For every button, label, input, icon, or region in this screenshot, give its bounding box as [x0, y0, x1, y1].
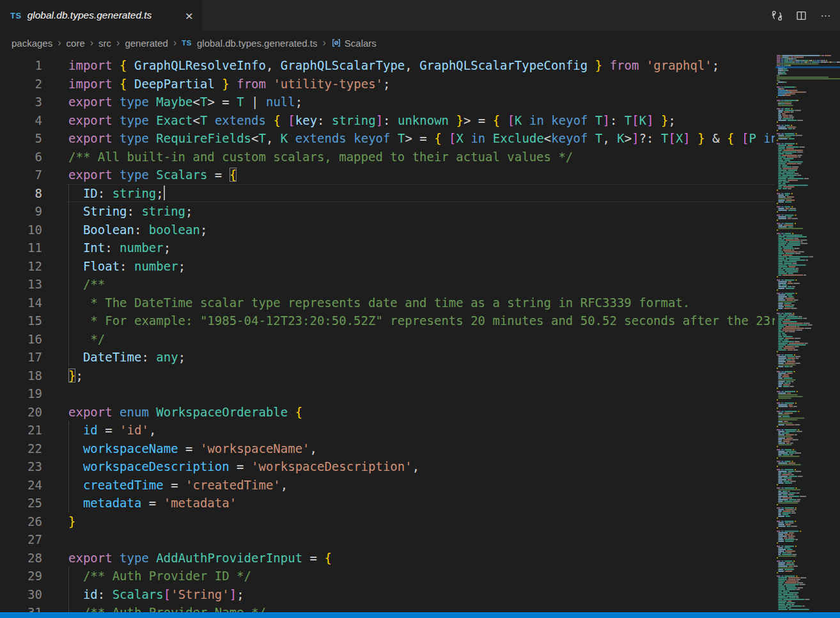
minimap-canvas	[775, 54, 840, 612]
code-token	[587, 58, 595, 72]
line-number: 3	[0, 93, 42, 111]
code-token	[68, 441, 83, 456]
code-token: :	[98, 186, 113, 200]
code-token: number	[134, 259, 178, 273]
code-token: T	[595, 131, 602, 145]
code-text: import { GraphQLResolveInfo, GraphQLScal…	[68, 56, 719, 75]
code-line[interactable]: 14 * The DateTime scalar type represents…	[0, 294, 775, 312]
code-token: string	[141, 204, 185, 218]
code-token: key	[295, 113, 317, 127]
code-token: T	[237, 95, 244, 109]
code-token: =	[141, 496, 163, 510]
breadcrumb-item-src[interactable]: src	[98, 38, 111, 49]
code-token: <	[251, 131, 258, 145]
code-token: ;	[712, 58, 719, 72]
code-line[interactable]: 25 metadata = 'metadata'	[0, 494, 775, 512]
code-token	[68, 350, 83, 364]
split-editor-icon[interactable]	[795, 10, 807, 21]
code-text: ID: string;	[68, 184, 165, 203]
code-token: Scalars	[113, 587, 164, 601]
code-line[interactable]: 27	[0, 530, 775, 549]
code-line[interactable]: 1import { GraphQLResolveInfo, GraphQLSca…	[0, 56, 775, 75]
code-line[interactable]: 15 * For example: "1985-04-12T23:20:50.5…	[0, 312, 775, 330]
code-token: export	[68, 168, 113, 182]
code-line[interactable]: 17 DateTime: any;	[0, 348, 775, 367]
code-line[interactable]: 8 ID: string;	[0, 184, 775, 203]
chevron-right-icon: ›	[89, 37, 94, 49]
code-line[interactable]: 5export type RequireFields<T, K extends …	[0, 129, 775, 148]
code-line[interactable]: 18};	[0, 367, 775, 385]
code-token: {	[120, 77, 127, 91]
code-line[interactable]: 20export enum WorkspaceOrderable {	[0, 403, 775, 422]
code-token: export	[68, 95, 113, 109]
compare-changes-icon[interactable]	[771, 10, 782, 21]
code-line[interactable]: 23 workspaceDescription = 'workspaceDesc…	[0, 457, 775, 476]
code-line[interactable]: 4export type Exact<T extends { [key: str…	[0, 111, 775, 130]
code-line[interactable]: 9 String: string;	[0, 202, 775, 221]
code-token: RequireFields	[156, 131, 251, 145]
tab-global-db-types[interactable]: TS global.db.types.generated.ts ×	[0, 0, 202, 31]
code-line[interactable]: 12 Float: number;	[0, 257, 775, 276]
text-cursor	[164, 186, 165, 200]
code-line[interactable]: 24 createdTime = 'createdTime',	[0, 476, 775, 495]
line-number: 2	[0, 75, 42, 93]
code-line[interactable]: 29 /** Auth Provider ID */	[0, 567, 775, 585]
code-line[interactable]: 21 id = 'id',	[0, 421, 775, 440]
code-token: * For example: "1985-04-12T23:20:50.52Z"…	[68, 313, 775, 328]
code-line[interactable]: 13 /**	[0, 275, 775, 294]
code-token	[113, 131, 120, 145]
code-line[interactable]: 30 id: Scalars['String'];	[0, 585, 775, 604]
close-tab-icon[interactable]: ×	[183, 9, 196, 22]
code-token: =	[164, 478, 185, 492]
code-line[interactable]: 11 Int: number;	[0, 239, 775, 257]
code-line[interactable]: 28export type AddAuthProviderInput = {	[0, 549, 775, 567]
code-line[interactable]: 22 workspaceName = 'workspaceName',	[0, 440, 775, 458]
breadcrumb-item-packages[interactable]: packages	[12, 38, 52, 49]
code-token	[281, 113, 288, 127]
code-token: extends	[295, 131, 346, 145]
code-token: ;	[178, 259, 185, 273]
code-line[interactable]: 3export type Maybe<T> = T | null;	[0, 93, 775, 111]
code-token	[602, 58, 609, 72]
breadcrumb-file[interactable]: TS global.db.types.generated.ts	[182, 38, 317, 49]
code-token: DateTime	[83, 350, 142, 364]
code-token: ]	[229, 587, 237, 601]
code-text: export type Exact<T extends { [key: stri…	[68, 111, 676, 130]
code-line[interactable]: 16 */	[0, 330, 775, 349]
code-token: K	[639, 113, 646, 127]
code-token: enum	[120, 405, 149, 419]
code-token: GraphQLScalarTypeConfig	[419, 58, 587, 72]
tab-bar: TS global.db.types.generated.ts ×	[0, 0, 840, 31]
code-token: export	[68, 131, 113, 145]
code-token: ,	[310, 441, 317, 456]
code-token	[68, 241, 83, 255]
code-line[interactable]: 26}	[0, 512, 775, 531]
breadcrumb-symbol[interactable]: Scalars	[331, 38, 377, 49]
status-bar[interactable]	[0, 612, 840, 618]
code-text: export enum WorkspaceOrderable {	[68, 403, 302, 422]
code-token: ;	[156, 186, 163, 200]
breadcrumb-item-core[interactable]: core	[66, 38, 85, 49]
code-token: workspaceDescription	[83, 459, 229, 473]
code-token	[149, 113, 156, 127]
code-token: in	[471, 131, 485, 145]
minimap[interactable]	[775, 54, 840, 612]
code-line[interactable]: 10 Boolean: boolean;	[0, 221, 775, 239]
breadcrumb-item-generated[interactable]: generated	[125, 38, 168, 49]
code-line[interactable]: 7export type Scalars = {	[0, 166, 775, 184]
code-token	[266, 113, 273, 127]
code-token	[654, 113, 661, 127]
code-line[interactable]: 19	[0, 384, 775, 403]
code-line[interactable]: 6/** All built-in and custom scalars, ma…	[0, 148, 775, 166]
code-token: type	[120, 168, 149, 182]
more-actions-icon[interactable]	[820, 10, 831, 21]
line-number: 29	[0, 567, 42, 585]
line-number: 20	[0, 403, 42, 422]
code-token: /** Auth Provider ID */	[83, 569, 251, 583]
code-editor[interactable]: 1import { GraphQLResolveInfo, GraphQLSca…	[0, 55, 775, 618]
code-token	[587, 131, 595, 145]
code-token: Boolean	[83, 223, 134, 237]
code-token: =	[207, 168, 229, 182]
code-token: any	[156, 350, 178, 364]
code-line[interactable]: 2import { DeepPartial } from 'utility-ty…	[0, 75, 775, 93]
